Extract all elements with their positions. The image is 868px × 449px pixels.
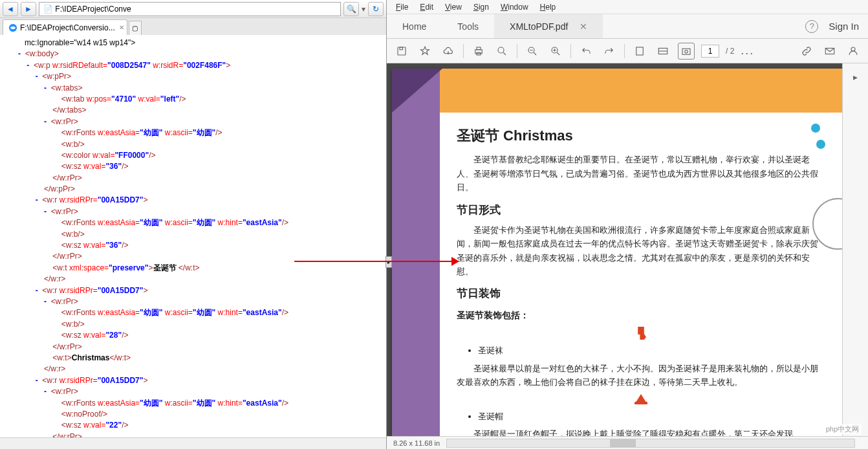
pdf-page: 圣诞节 Christmas 圣诞节基督教纪念耶稣诞生的重要节日。在圣诞节，常以互… [392,69,842,436]
page-width-icon[interactable] [655,43,671,60]
svg-rect-11 [682,49,690,54]
account-icon[interactable] [845,43,862,60]
tab-document[interactable]: XMLtoPDF.pdf ✕ [494,14,603,38]
print-icon[interactable] [470,43,487,60]
tab-tools[interactable]: Tools [442,14,494,38]
ie-favicon-icon [8,23,17,32]
tab-home[interactable]: Home [387,14,442,38]
pdf-menubar: File Edit View Sign Window Help [387,0,868,14]
svg-rect-9 [636,47,644,55]
menu-window[interactable]: Window [495,1,534,13]
pdf-status-bar: 8.26 x 11.68 in [387,436,868,449]
svg-point-14 [851,47,855,51]
svg-rect-4 [477,47,481,50]
rail-collapse-icon[interactable]: ▸ [847,69,864,85]
doc-para: 圣诞贺卡作为圣诞节礼物在美国和欧洲很流行，许多家庭随贺卡带上年度家庭合照或家庭新… [457,223,825,279]
ie-tab-strip: F:\IDEAProject\Conversio... ✕ ▢ [0,18,386,35]
search-icon[interactable]: 🔍 [343,2,359,16]
doc-h3: 圣诞节装饰包括： [457,308,825,323]
ie-address-bar: ◄ ► 📄 F:\IDEAProject\Conve 🔍 ▾ ↻ [0,0,386,18]
doc-h2: 节日形式 [457,201,825,219]
doc-para: 圣诞帽是一顶红色帽子，据说晚上戴上睡觉除了睡得安稳和有点暖外，第二天还会发现 [457,427,825,436]
share-link-icon[interactable] [798,43,815,60]
menu-file[interactable]: File [391,1,413,13]
pdf-content: 圣诞节 Christmas 圣诞节基督教纪念耶稣诞生的重要节日。在圣诞节，常以互… [392,113,842,436]
pdf-reader-window: File Edit View Sign Window Help Home Too… [387,0,868,449]
cloud-icon[interactable] [440,43,457,60]
svg-point-12 [685,50,688,53]
folder-icon: 📄 [43,5,53,14]
page-triangle-decor [392,69,442,113]
back-button[interactable]: ◄ [3,2,18,16]
menu-sign[interactable]: Sign [468,1,494,13]
close-tab-icon[interactable]: ✕ [119,24,124,31]
page-header-decor [392,69,842,113]
more-icon[interactable]: ... [741,44,754,58]
page-total-label: / 2 [726,47,734,56]
page-fit-icon[interactable] [631,43,648,60]
close-doc-tab-icon[interactable]: ✕ [580,21,587,32]
star-icon[interactable] [417,43,433,60]
horizontal-scrollbar[interactable] [0,437,386,449]
email-icon[interactable] [821,43,838,60]
redo-icon[interactable] [601,43,618,60]
help-icon[interactable]: ? [805,20,818,33]
svg-rect-2 [400,47,403,50]
page-number-input[interactable] [701,45,719,58]
splitter-handa[interactable]: ▸ [385,256,392,268]
decor-dot-icon [816,140,825,149]
zoom-in-icon[interactable] [547,43,564,60]
forward-button[interactable]: ► [21,2,36,16]
search-icon[interactable] [494,43,510,60]
svg-rect-1 [398,47,406,55]
list-item: 圣诞帽 [478,410,826,423]
sign-in-link[interactable]: Sign In [829,21,859,32]
list-item: 圣诞袜 [478,344,826,357]
sock-icon [636,327,646,340]
menu-edit[interactable]: Edit [415,1,439,13]
doc-para: 圣诞袜最早以前是一对红色的大袜子，大小不拘。因为圣诞袜子是用来装礼物的，所以是小… [457,362,825,389]
undo-icon[interactable] [578,43,594,60]
page-side-decor [392,69,440,436]
ie-tab-active[interactable]: F:\IDEAProject\Conversio... ✕ [3,19,127,35]
pdf-right-rail: ▸ [842,63,868,436]
doc-para: 圣诞节基督教纪念耶稣诞生的重要节日。在圣诞节，常以互赠礼物，举行欢宴，并以圣诞老… [457,153,825,194]
watermark-label: php中文网 [823,424,862,435]
snapshot-icon[interactable] [678,43,695,60]
new-tab-button[interactable]: ▢ [129,21,142,35]
page-dimensions-label: 8.26 x 11.68 in [393,439,440,447]
pdf-scroll-area[interactable]: 圣诞节 Christmas 圣诞节基督教纪念耶稣诞生的重要节日。在圣诞节，常以互… [387,63,842,436]
decor-dot-icon [811,124,820,133]
pdf-viewport: 圣诞节 Christmas 圣诞节基督教纪念耶稣诞生的重要节日。在圣诞节，常以互… [387,63,868,436]
ie-browser-window: ◄ ► 📄 F:\IDEAProject\Conve 🔍 ▾ ↻ F:\IDEA… [0,0,387,449]
menu-help[interactable]: Help [535,1,561,13]
status-scrollbar[interactable] [446,439,855,448]
zoom-out-icon[interactable] [524,43,541,60]
pdf-tab-strip: Home Tools XMLtoPDF.pdf ✕ ? Sign In [387,14,868,39]
svg-point-6 [498,47,504,53]
save-icon[interactable] [393,43,410,60]
address-field[interactable]: 📄 F:\IDEAProject\Conve [39,2,341,16]
menu-view[interactable]: View [440,1,467,13]
xml-source-view[interactable]: mc:Ignorable="w14 w15 wp14"> - <w:body> … [0,35,386,437]
pdf-toolbar: / 2 ... [387,39,868,63]
doc-h2: 节日装饰 [457,285,825,303]
doc-title: 圣诞节 Christmas [457,124,825,148]
svg-rect-3 [475,49,483,53]
refresh-button[interactable]: ↻ [368,2,384,16]
santa-hat-icon [635,394,647,404]
